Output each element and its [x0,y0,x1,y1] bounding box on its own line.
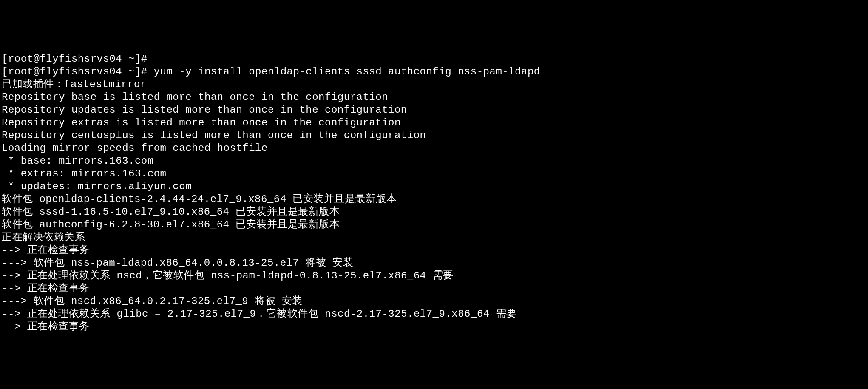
terminal-line: 软件包 sssd-1.16.5-10.el7_9.10.x86_64 已安装并且… [2,206,866,219]
terminal-output[interactable]: [root@flyfishsrvs04 ~]#[root@flyfishsrvs… [2,53,866,333]
terminal-line: 软件包 openldap-clients-2.4.44-24.el7_9.x86… [2,193,866,206]
terminal-line: 正在解决依赖关系 [2,231,866,244]
terminal-line: --> 正在检查事务 [2,321,866,333]
terminal-line: 已加载插件：fastestmirror [2,78,866,91]
terminal-line: * extras: mirrors.163.com [2,168,866,180]
terminal-line: Repository centosplus is listed more tha… [2,129,866,142]
terminal-line: 软件包 authconfig-6.2.8-30.el7.x86_64 已安装并且… [2,219,866,231]
terminal-line: Repository extras is listed more than on… [2,116,866,129]
terminal-line: ---> 软件包 nss-pam-ldapd.x86_64.0.0.8.13-2… [2,257,866,270]
terminal-line: Repository updates is listed more than o… [2,104,866,116]
terminal-line: * base: mirrors.163.com [2,155,866,168]
terminal-line: [root@flyfishsrvs04 ~]# yum -y install o… [2,65,866,78]
terminal-line: ---> 软件包 nscd.x86_64.0.2.17-325.el7_9 将被… [2,295,866,308]
terminal-line: * updates: mirrors.aliyun.com [2,180,866,193]
terminal-line: --> 正在检查事务 [2,244,866,257]
terminal-line: --> 正在处理依赖关系 glibc = 2.17-325.el7_9，它被软件… [2,308,866,321]
terminal-line: [root@flyfishsrvs04 ~]# [2,53,866,65]
terminal-line: --> 正在处理依赖关系 nscd，它被软件包 nss-pam-ldapd-0.… [2,270,866,282]
terminal-line: Loading mirror speeds from cached hostfi… [2,142,866,155]
terminal-line: Repository base is listed more than once… [2,91,866,104]
terminal-line: --> 正在检查事务 [2,282,866,295]
